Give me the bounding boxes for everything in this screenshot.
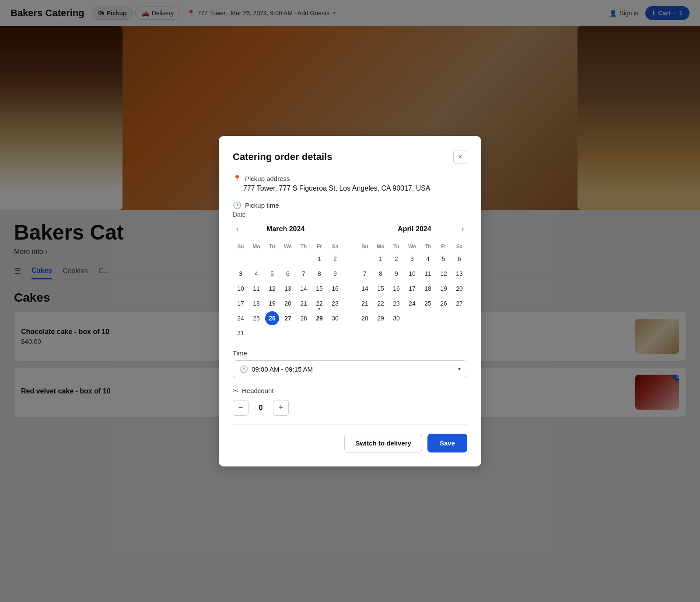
catering-order-modal: Catering order details × 📍 Pickup addres… bbox=[219, 136, 481, 466]
april-day-25[interactable]: 25 bbox=[421, 296, 435, 310]
march-day-24[interactable]: 24 bbox=[234, 311, 248, 325]
april-day-28[interactable]: 28 bbox=[358, 311, 372, 325]
march-day-16[interactable]: 16 bbox=[328, 282, 342, 296]
headcount-decrement-button[interactable]: − bbox=[233, 400, 248, 416]
april-day-26[interactable]: 26 bbox=[437, 296, 451, 310]
march-day-12[interactable]: 12 bbox=[265, 282, 279, 296]
april-day-11[interactable]: 11 bbox=[421, 267, 435, 281]
march-day-22[interactable]: 22 bbox=[312, 296, 326, 310]
april-day-13[interactable]: 13 bbox=[452, 267, 466, 281]
calendar-container: ‹ March 2024 Su Mo Tu We Th Fr Sa bbox=[233, 223, 467, 341]
march-day-7[interactable]: 7 bbox=[297, 267, 311, 281]
april-day-1[interactable]: 1 bbox=[374, 252, 388, 266]
modal-overlay[interactable]: Catering order details × 📍 Pickup addres… bbox=[0, 0, 700, 602]
march-day-10[interactable]: 10 bbox=[234, 282, 248, 296]
pickup-time-label: 🕐 Pickup time bbox=[233, 201, 467, 209]
april-day-16[interactable]: 16 bbox=[389, 282, 403, 296]
march-day-9[interactable]: 9 bbox=[328, 267, 342, 281]
time-chevron-icon: ▾ bbox=[458, 366, 461, 372]
april-day-23[interactable]: 23 bbox=[389, 296, 403, 310]
april-day-19[interactable]: 19 bbox=[437, 282, 451, 296]
date-label: Date bbox=[233, 211, 467, 218]
calendar-prev-button[interactable]: ‹ bbox=[233, 223, 242, 235]
march-day-15[interactable]: 15 bbox=[312, 282, 326, 296]
march-day-empty bbox=[281, 252, 295, 266]
april-day-17[interactable]: 17 bbox=[405, 282, 419, 296]
calendar-march: ‹ March 2024 Su Mo Tu We Th Fr Sa bbox=[233, 223, 343, 341]
modal-title: Catering order details bbox=[233, 151, 332, 163]
march-day-18[interactable]: 18 bbox=[249, 296, 263, 310]
april-day-21[interactable]: 21 bbox=[358, 296, 372, 310]
april-day-12[interactable]: 12 bbox=[437, 267, 451, 281]
modal-header: Catering order details × bbox=[233, 150, 467, 164]
april-day-10[interactable]: 10 bbox=[405, 267, 419, 281]
march-day-26[interactable]: 26 bbox=[265, 311, 279, 325]
april-day-18[interactable]: 18 bbox=[421, 282, 435, 296]
march-day-20[interactable]: 20 bbox=[281, 296, 295, 310]
pickup-address-label: 📍 Pickup address bbox=[233, 174, 467, 183]
march-day-8[interactable]: 8 bbox=[312, 267, 326, 281]
april-day-3[interactable]: 3 bbox=[405, 252, 419, 266]
headcount-increment-button[interactable]: + bbox=[273, 400, 289, 416]
march-day-31[interactable]: 31 bbox=[234, 326, 248, 340]
close-icon: × bbox=[458, 153, 462, 161]
save-button[interactable]: Save bbox=[427, 434, 467, 452]
april-day-30[interactable]: 30 bbox=[389, 311, 403, 325]
march-day-25[interactable]: 25 bbox=[249, 311, 263, 325]
march-day-14[interactable]: 14 bbox=[297, 282, 311, 296]
march-day-23[interactable]: 23 bbox=[328, 296, 342, 310]
april-month-title: April 2024 bbox=[398, 225, 431, 233]
calendar-next-button[interactable]: › bbox=[458, 223, 467, 235]
march-day-27[interactable]: 27 bbox=[281, 311, 295, 325]
april-day-9[interactable]: 9 bbox=[389, 267, 403, 281]
switch-to-delivery-button[interactable]: Switch to delivery bbox=[344, 434, 422, 452]
april-day-14[interactable]: 14 bbox=[358, 282, 372, 296]
march-day-3[interactable]: 3 bbox=[234, 267, 248, 281]
pickup-time-section: 🕐 Pickup time Date ‹ March 2024 Su Mo T bbox=[233, 201, 467, 378]
march-day-28[interactable]: 28 bbox=[297, 311, 311, 325]
march-month-title: March 2024 bbox=[266, 225, 304, 233]
april-day-6[interactable]: 6 bbox=[452, 252, 466, 266]
pickup-address-text: 777 Tower, 777 S Figueroa St, Los Angele… bbox=[233, 184, 467, 192]
april-day-8[interactable]: 8 bbox=[374, 267, 388, 281]
march-day-empty bbox=[297, 252, 311, 266]
april-day-29[interactable]: 29 bbox=[374, 311, 388, 325]
headcount-section: ✂ Headcount − 0 + bbox=[233, 387, 467, 416]
time-label: Time bbox=[233, 349, 467, 357]
march-day-11[interactable]: 11 bbox=[249, 282, 263, 296]
april-day-4[interactable]: 4 bbox=[421, 252, 435, 266]
april-day-24[interactable]: 24 bbox=[405, 296, 419, 310]
march-day-empty bbox=[265, 252, 279, 266]
march-day-19[interactable]: 19 bbox=[265, 296, 279, 310]
april-day-5[interactable]: 5 bbox=[437, 252, 451, 266]
march-day-2[interactable]: 2 bbox=[328, 252, 342, 266]
april-calendar-header: April 2024 › bbox=[357, 223, 467, 235]
location-marker-icon: 📍 bbox=[233, 174, 242, 183]
april-day-2[interactable]: 2 bbox=[389, 252, 403, 266]
march-day-13[interactable]: 13 bbox=[281, 282, 295, 296]
march-day-21[interactable]: 21 bbox=[297, 296, 311, 310]
april-day-7[interactable]: 7 bbox=[358, 267, 372, 281]
april-day-headers: Su Mo Tu We Th Fr Sa 1 2 3 4 5 bbox=[357, 242, 467, 326]
march-day-6[interactable]: 6 bbox=[281, 267, 295, 281]
march-day-4[interactable]: 4 bbox=[249, 267, 263, 281]
march-day-30[interactable]: 30 bbox=[328, 311, 342, 325]
april-day-22[interactable]: 22 bbox=[374, 296, 388, 310]
modal-close-button[interactable]: × bbox=[453, 150, 467, 164]
headcount-scissors-icon: ✂ bbox=[233, 387, 238, 395]
march-day-5[interactable]: 5 bbox=[265, 267, 279, 281]
time-select[interactable]: 09:00 AM - 09:15 AM 09:15 AM - 09:30 AM … bbox=[252, 365, 455, 373]
march-day-29[interactable]: 29 bbox=[312, 311, 326, 325]
april-day-15[interactable]: 15 bbox=[374, 282, 388, 296]
headcount-value: 0 bbox=[256, 404, 266, 412]
march-day-empty bbox=[249, 252, 263, 266]
time-select-wrapper[interactable]: 🕐 09:00 AM - 09:15 AM 09:15 AM - 09:30 A… bbox=[233, 360, 467, 378]
march-day-empty bbox=[234, 252, 248, 266]
modal-divider bbox=[233, 425, 467, 425]
april-day-20[interactable]: 20 bbox=[452, 282, 466, 296]
march-day-headers: Su Mo Tu We Th Fr Sa 1 2 bbox=[233, 242, 343, 341]
march-calendar-header: ‹ March 2024 bbox=[233, 223, 343, 235]
march-day-1[interactable]: 1 bbox=[312, 252, 326, 266]
april-day-27[interactable]: 27 bbox=[452, 296, 466, 310]
march-day-17[interactable]: 17 bbox=[234, 296, 248, 310]
